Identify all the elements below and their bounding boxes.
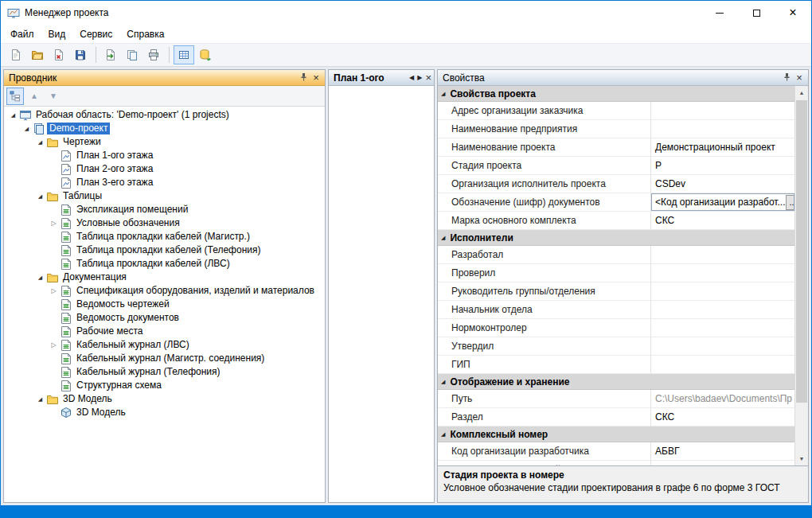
document-tab[interactable]: План 1-ого (334, 72, 385, 84)
document-canvas[interactable] (329, 86, 434, 502)
expanded-arrow-icon[interactable]: ◢ (34, 193, 46, 200)
scroll-down-button[interactable]: ▼ (795, 452, 808, 465)
tree-item[interactable]: Ведомость чертежей (4, 298, 325, 311)
menu-service[interactable]: Сервис (72, 26, 119, 42)
tree-item[interactable]: Экспликация помещений (4, 203, 325, 216)
property-value[interactable]: СКС (651, 408, 794, 426)
tree-item[interactable]: Структурная схема (4, 379, 325, 392)
properties-scrollbar[interactable]: ▲ ▼ (794, 86, 808, 465)
tree-item[interactable]: ▷Кабельный журнал (ЛВС) (4, 338, 325, 352)
property-row[interactable]: Наименование проектаДемонстрационный про… (438, 138, 794, 157)
maximize-button[interactable] (738, 1, 775, 25)
expanded-arrow-icon[interactable]: ◢ (7, 112, 19, 119)
property-value[interactable] (651, 264, 794, 282)
ellipsis-button[interactable]: ... (786, 195, 794, 210)
panel-grid-button[interactable] (174, 45, 194, 64)
tree-item[interactable]: ◢Рабочая область: 'Demo-проект' (1 proje… (4, 108, 325, 122)
property-row[interactable]: РазделСКС (438, 408, 794, 426)
collapsed-arrow-icon[interactable]: ▷ (48, 341, 60, 349)
tree-item[interactable]: План 2-ого этажа (4, 162, 325, 176)
property-row[interactable]: ГИП (438, 356, 794, 374)
property-row[interactable]: Утвердил (438, 337, 794, 356)
property-row[interactable]: Код организации разработчикаАБВГ (438, 442, 794, 461)
property-value[interactable]: АБВГ (651, 442, 794, 460)
property-value[interactable] (651, 301, 794, 318)
property-row[interactable]: Адрес организации заказчика (438, 102, 794, 120)
tree-item[interactable]: 3D Модель (4, 406, 325, 419)
property-row[interactable]: Марка основного комплектаСКС (438, 212, 794, 230)
property-row[interactable]: ПутьC:\Users\badaev\Documents\Пр (438, 390, 794, 408)
property-value[interactable] (651, 120, 794, 138)
tree-item[interactable]: ▷Спецификация оборудования, изделий и ма… (4, 284, 325, 298)
close-project-button[interactable] (49, 45, 69, 64)
tree-item[interactable]: ◢Чертежи (4, 135, 325, 149)
property-row[interactable]: Нормоконтролер (438, 319, 794, 337)
tree-item[interactable]: План 3-его этажа (4, 176, 325, 189)
pin-button[interactable] (780, 72, 793, 84)
expanded-arrow-icon[interactable]: ◢ (21, 126, 33, 132)
tree-structure-button[interactable] (6, 88, 24, 105)
property-value[interactable] (651, 356, 794, 373)
property-row[interactable]: Разработал (438, 246, 794, 264)
expanded-arrow-icon[interactable]: ◢ (34, 139, 46, 146)
database-button[interactable] (195, 45, 216, 64)
collapsed-arrow-icon[interactable]: ▷ (48, 287, 60, 294)
menu-view[interactable]: Вид (41, 26, 73, 42)
property-value[interactable] (651, 102, 794, 119)
tree-item[interactable]: План 1-ого этажа (4, 149, 325, 162)
collapsed-arrow-icon[interactable]: ▷ (48, 220, 60, 227)
property-category[interactable]: ◢Исполнители (438, 230, 794, 246)
tree-item[interactable]: ◢Документация (4, 271, 325, 284)
pin-button[interactable] (297, 72, 310, 84)
property-category[interactable]: ◢Комплексный номер (438, 426, 794, 442)
property-category[interactable]: ◢Свойства проекта (438, 86, 794, 102)
property-value[interactable] (651, 282, 794, 300)
property-value[interactable]: C:\Users\badaev\Documents\Пр (651, 390, 794, 407)
close-panel-button[interactable]: × (310, 72, 322, 84)
tree-item[interactable]: Таблица прокладки кабелей (Магистр.) (4, 230, 325, 243)
tree-item[interactable]: ◢Таблицы (4, 189, 325, 203)
tab-scroll-right-icon[interactable]: ▶ (417, 74, 422, 81)
property-value[interactable]: Р (651, 157, 794, 174)
tree-item[interactable]: Ведомость документов (4, 311, 325, 325)
property-value[interactable]: СКС (651, 212, 794, 229)
property-value[interactable] (651, 319, 794, 337)
property-row[interactable]: Проверил (438, 264, 794, 282)
documents-button[interactable] (122, 45, 142, 64)
move-down-button[interactable]: ▼ (45, 88, 62, 105)
tree-item[interactable]: Кабельный журнал (Магистр. соединения) (4, 352, 325, 365)
save-project-button[interactable] (70, 45, 91, 64)
property-value[interactable]: <Код организации разработ...... (651, 193, 794, 211)
close-window-button[interactable]: × (775, 1, 811, 25)
menu-file[interactable]: Файл (3, 26, 41, 42)
export-document-button[interactable] (100, 45, 121, 64)
expanded-arrow-icon[interactable]: ◢ (34, 275, 46, 281)
close-panel-button[interactable]: × (793, 72, 806, 84)
tree-item[interactable]: Кабельный журнал (Телефония) (4, 365, 325, 379)
tree-item[interactable]: Таблица прокладки кабелей (ЛВС) (4, 257, 325, 271)
property-row[interactable]: Наименование предприятия (438, 120, 794, 138)
property-value[interactable] (651, 246, 794, 263)
new-project-button[interactable] (6, 45, 26, 64)
property-value[interactable] (651, 337, 794, 355)
property-row[interactable]: Обозначение (шифр) документов<Код органи… (438, 193, 794, 212)
tab-scroll-left-icon[interactable]: ◀ (409, 74, 414, 81)
expanded-arrow-icon[interactable]: ◢ (34, 396, 46, 403)
property-row[interactable]: Начальник отдела (438, 301, 794, 319)
property-row[interactable]: Руководитель группы/отделения (438, 282, 794, 301)
close-tab-button[interactable]: × (425, 72, 431, 83)
property-row[interactable]: Организация исполнитель проектаCSDev (438, 175, 794, 193)
minimize-button[interactable] (701, 1, 738, 25)
property-category[interactable]: ◢Отображение и хранение (438, 374, 794, 390)
move-up-button[interactable]: ▲ (25, 88, 43, 105)
menu-help[interactable]: Справка (119, 26, 171, 42)
property-value[interactable]: Демонстрационный проект (651, 138, 794, 156)
tree-item[interactable]: ◢3D Модель (4, 392, 325, 406)
scrollbar-thumb[interactable] (796, 100, 807, 403)
tree-item[interactable]: Рабочие места (4, 325, 325, 338)
open-project-button[interactable] (27, 45, 48, 64)
print-button[interactable] (143, 45, 164, 64)
tree-item[interactable]: ▷Условные обозначения (4, 216, 325, 230)
property-value[interactable]: CSDev (651, 175, 794, 193)
scroll-up-button[interactable]: ▲ (795, 86, 808, 99)
